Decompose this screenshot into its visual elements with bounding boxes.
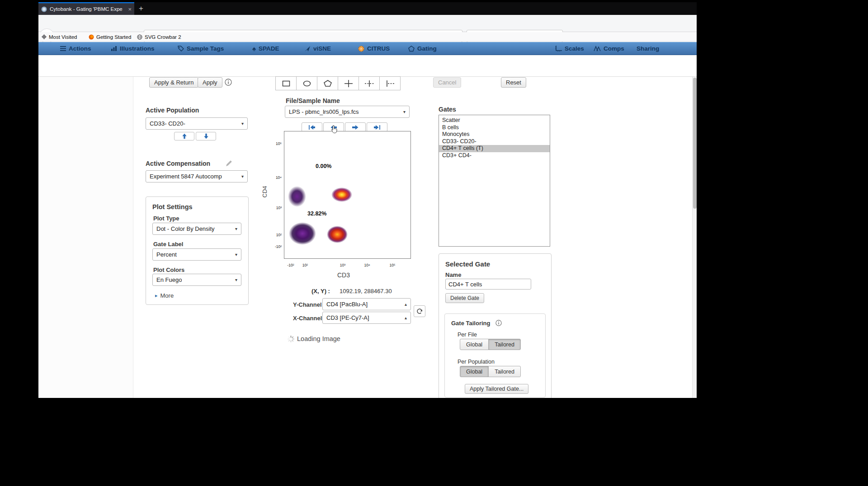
gate-label-dropdown[interactable]: Percent ▾ — [152, 248, 241, 261]
gating-plot[interactable]: 0.00% 32.82% — [284, 131, 411, 259]
active-population-dropdown[interactable]: CD33- CD20- ▾ — [146, 117, 248, 130]
plot-type-dropdown[interactable]: Dot - Color By Density ▾ — [152, 223, 241, 235]
gate-tools-toolbar — [276, 76, 401, 90]
more-settings-toggle[interactable]: ▸ More — [155, 292, 174, 299]
apply-return-button[interactable]: Apply & Return — [149, 77, 198, 88]
tailoring-info-icon[interactable] — [495, 320, 502, 326]
quadrant-gate-tool[interactable] — [338, 76, 359, 90]
apply-info-icon[interactable] — [225, 79, 232, 86]
population-down-button[interactable] — [196, 132, 216, 140]
appbar-spade[interactable]: ♠ SPADE — [252, 42, 279, 55]
chevron-down-icon: ▾ — [241, 121, 244, 126]
scrollbar-track[interactable] — [692, 77, 697, 398]
cursor-coords-value: 1092.19, 288467.30 — [340, 288, 392, 294]
population-up-button[interactable] — [174, 132, 194, 140]
last-sample-button[interactable] — [367, 122, 387, 132]
mouse-cursor — [331, 125, 338, 134]
tags-icon — [178, 46, 184, 51]
chevron-down-icon: ▾ — [403, 109, 406, 114]
per-population-global-button[interactable]: Global — [460, 366, 489, 377]
skip-first-icon — [308, 125, 316, 130]
cytobank-favicon — [41, 6, 47, 12]
gate-list-item[interactable]: Monocytes — [439, 131, 550, 138]
gate-name-label: Name — [445, 271, 461, 278]
gates-listbox[interactable]: Scatter B cells Monocytes CD33- CD20- CD… — [439, 115, 550, 247]
appbar-actions[interactable]: Actions — [60, 42, 91, 55]
polygon-gate-tool[interactable] — [317, 76, 338, 90]
gate-list-item-selected[interactable]: CD4+ T cells (T) — [439, 145, 550, 152]
appbar-illustrations[interactable]: Illustrations — [111, 42, 155, 55]
gate2-percent-label: 32.82% — [307, 210, 326, 217]
appbar-sample-tags[interactable]: Sample Tags — [178, 42, 224, 55]
tab-bar: Cytobank - Gating 'PBMC Expe × + — [38, 2, 697, 15]
split-horizontal-gate-tool[interactable] — [379, 76, 401, 90]
plot-colors-dropdown[interactable]: En Fuego ▾ — [152, 274, 241, 286]
chevron-up-icon: ▴ — [405, 302, 407, 307]
browser-tab[interactable]: Cytobank - Gating 'PBMC Expe × — [38, 2, 134, 15]
apply-button[interactable]: Apply — [198, 77, 222, 88]
appbar-gating[interactable]: Gating — [408, 42, 437, 55]
bookmark-svg-crowbar[interactable]: SVG Crowbar 2 — [137, 32, 181, 42]
chevron-down-icon: ▾ — [235, 277, 237, 282]
gate-list-item[interactable]: CD3+ CD4- — [439, 152, 550, 159]
gate-name-input[interactable] — [445, 279, 531, 290]
y-axis-title: CD4 — [261, 186, 268, 197]
globe-icon — [137, 34, 142, 40]
x-tick: -10² — [284, 263, 297, 267]
appbar-sharing[interactable]: Sharing — [637, 42, 659, 55]
x-tick: 10³ — [336, 263, 349, 267]
pencil-icon[interactable] — [226, 160, 232, 166]
appbar-scales[interactable]: Scales — [555, 42, 584, 55]
cancel-button[interactable]: Cancel — [433, 77, 461, 88]
gate-list-item[interactable]: CD33- CD20- — [439, 138, 550, 145]
y-tick: 10⁴ — [268, 175, 282, 180]
arrow-up-icon — [181, 133, 188, 139]
file-sample-dropdown[interactable]: LPS - pbmc_lrs005_lps.fcs ▾ — [285, 106, 410, 118]
gate-list-item[interactable]: Scatter — [439, 117, 550, 124]
rectangle-gate-tool[interactable] — [275, 76, 297, 90]
bookmark-most-visited[interactable]: Most Visited — [42, 32, 77, 42]
reset-button[interactable]: Reset — [501, 77, 526, 88]
spade-icon: ♠ — [252, 45, 256, 52]
first-sample-button[interactable] — [302, 122, 322, 132]
ellipse-gate-tool[interactable] — [296, 76, 317, 90]
next-sample-button[interactable] — [345, 122, 366, 132]
bookmarks-bar: Most Visited Getting Started SVG Crowbar… — [38, 32, 697, 42]
x-tick: 10² — [298, 263, 312, 267]
new-tab-button[interactable]: + — [139, 4, 143, 14]
loading-image-text: Loading Image — [297, 335, 340, 342]
plane-icon — [304, 46, 311, 52]
scrollbar-thumb[interactable] — [693, 78, 697, 209]
x-channel-dropdown[interactable]: CD3 [PE-Cy7-A] ▴ — [322, 312, 411, 324]
y-channel-dropdown[interactable]: CD4 [PacBlu-A] ▴ — [322, 298, 411, 310]
active-compensation-label: Active Compensation — [146, 160, 210, 167]
tab-title: Cytobank - Gating 'PBMC Expe — [50, 6, 125, 12]
chevron-down-icon: ▾ — [241, 174, 244, 179]
appbar-visne[interactable]: viSNE — [304, 42, 331, 55]
chevron-right-icon: ▸ — [155, 293, 158, 299]
active-compensation-dropdown[interactable]: Experiment 5847 Autocomp ▾ — [146, 170, 248, 182]
plot-colors-label: Plot Colors — [153, 266, 184, 273]
appbar-citrus[interactable]: CITRUS — [358, 42, 390, 55]
apply-tailored-gate-button[interactable]: Apply Tailored Gate... — [465, 384, 528, 394]
bookmark-getting-started[interactable]: Getting Started — [89, 32, 131, 42]
arrow-right-icon — [352, 125, 359, 130]
delete-gate-button[interactable]: Delete Gate — [445, 293, 484, 303]
per-population-toggle: Global Tailored — [460, 366, 521, 377]
loading-spinner-icon — [288, 336, 294, 342]
chevron-up-icon: ▴ — [405, 315, 407, 320]
x-channel-label: X-Channel — [293, 315, 322, 322]
split-vertical-gate-tool[interactable] — [359, 76, 380, 90]
per-population-tailored-button[interactable]: Tailored — [488, 366, 521, 377]
density-blob-upper-left — [288, 186, 306, 207]
gate-label-label: Gate Label — [153, 241, 183, 248]
per-file-global-button[interactable]: Global — [460, 339, 489, 350]
appbar-comps[interactable]: Comps — [594, 42, 624, 55]
swap-axes-button[interactable] — [414, 305, 425, 317]
tab-close-icon[interactable]: × — [128, 6, 132, 13]
gate-list-item[interactable]: B cells — [439, 124, 550, 131]
y-tick: 10³ — [268, 206, 282, 210]
citrus-icon — [358, 46, 364, 52]
per-file-tailored-button[interactable]: Tailored — [488, 339, 521, 350]
density-blob-cd4-t — [331, 187, 352, 202]
